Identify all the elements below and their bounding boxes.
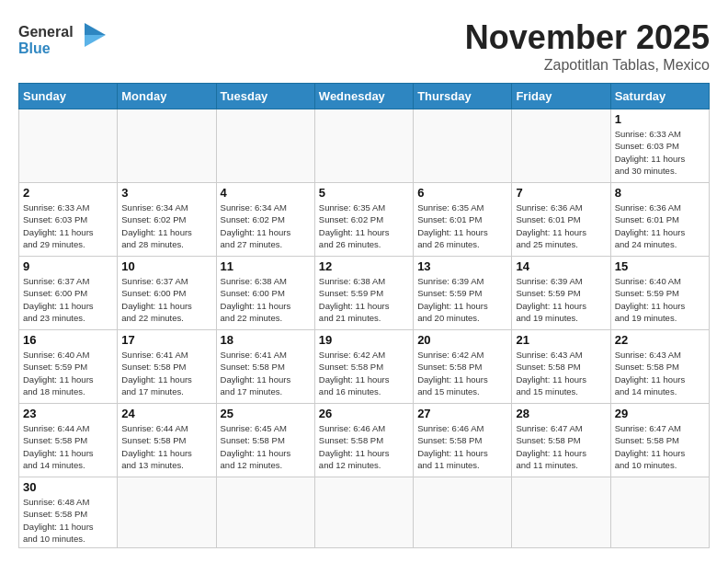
calendar-cell [610, 477, 709, 548]
day-number: 30 [23, 480, 113, 494]
day-number: 1 [615, 112, 705, 126]
day-number: 4 [221, 186, 311, 200]
day-info: Sunrise: 6:39 AM Sunset: 5:59 PM Dayligh… [417, 275, 507, 324]
calendar-cell: 10Sunrise: 6:37 AM Sunset: 6:00 PM Dayli… [118, 257, 216, 330]
col-monday: Monday [118, 84, 216, 109]
calendar-cell [216, 477, 314, 548]
calendar-cell: 23Sunrise: 6:44 AM Sunset: 5:58 PM Dayli… [19, 404, 118, 477]
calendar-cell: 20Sunrise: 6:42 AM Sunset: 5:58 PM Dayli… [414, 330, 512, 404]
calendar-header-row: Sunday Monday Tuesday Wednesday Thursday… [19, 84, 710, 109]
calendar-cell: 21Sunrise: 6:43 AM Sunset: 5:58 PM Dayli… [512, 330, 610, 404]
calendar-cell: 2Sunrise: 6:33 AM Sunset: 6:03 PM Daylig… [19, 183, 118, 257]
day-number: 13 [417, 259, 507, 273]
day-number: 10 [121, 259, 211, 273]
day-info: Sunrise: 6:47 AM Sunset: 5:58 PM Dayligh… [516, 422, 606, 471]
day-number: 25 [221, 407, 311, 420]
day-info: Sunrise: 6:37 AM Sunset: 6:00 PM Dayligh… [121, 275, 211, 324]
day-number: 21 [516, 333, 606, 347]
day-number: 6 [417, 186, 507, 200]
calendar-cell [512, 109, 610, 183]
calendar-cell [19, 109, 118, 183]
calendar-cell [118, 477, 216, 548]
logo: General Blue [18, 18, 110, 60]
day-number: 17 [121, 333, 211, 347]
svg-marker-3 [85, 35, 106, 47]
calendar-cell [314, 109, 413, 183]
calendar-cell [414, 109, 512, 183]
day-number: 9 [23, 259, 113, 273]
col-wednesday: Wednesday [314, 84, 413, 109]
svg-marker-2 [85, 23, 106, 35]
day-info: Sunrise: 6:35 AM Sunset: 6:01 PM Dayligh… [417, 201, 507, 250]
day-info: Sunrise: 6:34 AM Sunset: 6:02 PM Dayligh… [121, 201, 211, 250]
day-info: Sunrise: 6:45 AM Sunset: 5:58 PM Dayligh… [221, 422, 311, 471]
day-info: Sunrise: 6:33 AM Sunset: 6:03 PM Dayligh… [23, 201, 113, 250]
calendar-cell: 18Sunrise: 6:41 AM Sunset: 5:58 PM Dayli… [216, 330, 314, 404]
day-info: Sunrise: 6:36 AM Sunset: 6:01 PM Dayligh… [516, 201, 606, 250]
col-tuesday: Tuesday [216, 84, 314, 109]
day-number: 5 [319, 186, 409, 200]
day-info: Sunrise: 6:41 AM Sunset: 5:58 PM Dayligh… [121, 349, 211, 397]
day-info: Sunrise: 6:34 AM Sunset: 6:02 PM Dayligh… [221, 201, 311, 250]
day-info: Sunrise: 6:38 AM Sunset: 6:00 PM Dayligh… [221, 275, 311, 324]
calendar-cell: 9Sunrise: 6:37 AM Sunset: 6:00 PM Daylig… [19, 257, 118, 330]
day-number: 27 [417, 407, 507, 420]
day-number: 29 [615, 407, 705, 420]
month-title: November 2025 [465, 18, 710, 57]
calendar-cell: 27Sunrise: 6:46 AM Sunset: 5:58 PM Dayli… [414, 404, 512, 477]
day-number: 18 [221, 333, 311, 347]
day-number: 23 [23, 407, 113, 420]
svg-text:Blue: Blue [18, 40, 51, 56]
calendar-cell: 8Sunrise: 6:36 AM Sunset: 6:01 PM Daylig… [610, 183, 709, 257]
calendar-cell: 1Sunrise: 6:33 AM Sunset: 6:03 PM Daylig… [610, 109, 709, 183]
page-header: General Blue November 2025 Zapotitlan Ta… [18, 18, 710, 74]
calendar-cell: 6Sunrise: 6:35 AM Sunset: 6:01 PM Daylig… [414, 183, 512, 257]
calendar-cell: 7Sunrise: 6:36 AM Sunset: 6:01 PM Daylig… [512, 183, 610, 257]
day-info: Sunrise: 6:43 AM Sunset: 5:58 PM Dayligh… [615, 349, 705, 397]
calendar-cell: 19Sunrise: 6:42 AM Sunset: 5:58 PM Dayli… [314, 330, 413, 404]
col-saturday: Saturday [610, 84, 709, 109]
calendar-cell: 13Sunrise: 6:39 AM Sunset: 5:59 PM Dayli… [414, 257, 512, 330]
logo-svg: General Blue [18, 18, 110, 60]
day-number: 15 [615, 259, 705, 273]
calendar-cell [414, 477, 512, 548]
day-info: Sunrise: 6:41 AM Sunset: 5:58 PM Dayligh… [221, 349, 311, 397]
calendar-cell: 30Sunrise: 6:48 AM Sunset: 5:58 PM Dayli… [19, 477, 118, 548]
day-info: Sunrise: 6:35 AM Sunset: 6:02 PM Dayligh… [319, 201, 409, 250]
calendar-cell: 3Sunrise: 6:34 AM Sunset: 6:02 PM Daylig… [118, 183, 216, 257]
day-info: Sunrise: 6:36 AM Sunset: 6:01 PM Dayligh… [615, 201, 705, 250]
day-number: 24 [121, 407, 211, 420]
calendar-table: Sunday Monday Tuesday Wednesday Thursday… [18, 83, 710, 548]
col-friday: Friday [512, 84, 610, 109]
day-info: Sunrise: 6:40 AM Sunset: 5:59 PM Dayligh… [615, 275, 705, 324]
day-info: Sunrise: 6:48 AM Sunset: 5:58 PM Dayligh… [23, 496, 113, 545]
calendar-cell: 28Sunrise: 6:47 AM Sunset: 5:58 PM Dayli… [512, 404, 610, 477]
svg-text:General: General [18, 24, 74, 40]
day-info: Sunrise: 6:39 AM Sunset: 5:59 PM Dayligh… [516, 275, 606, 324]
day-info: Sunrise: 6:44 AM Sunset: 5:58 PM Dayligh… [121, 422, 211, 471]
day-number: 22 [615, 333, 705, 347]
day-number: 28 [516, 407, 606, 420]
calendar-cell: 16Sunrise: 6:40 AM Sunset: 5:59 PM Dayli… [19, 330, 118, 404]
day-info: Sunrise: 6:47 AM Sunset: 5:58 PM Dayligh… [615, 422, 705, 471]
day-info: Sunrise: 6:37 AM Sunset: 6:00 PM Dayligh… [23, 275, 113, 324]
calendar-cell: 24Sunrise: 6:44 AM Sunset: 5:58 PM Dayli… [118, 404, 216, 477]
day-number: 16 [23, 333, 113, 347]
title-block: November 2025 Zapotitlan Tablas, Mexico [465, 18, 710, 74]
day-info: Sunrise: 6:42 AM Sunset: 5:58 PM Dayligh… [319, 349, 409, 397]
location-subtitle: Zapotitlan Tablas, Mexico [465, 57, 710, 74]
calendar-cell: 5Sunrise: 6:35 AM Sunset: 6:02 PM Daylig… [314, 183, 413, 257]
day-number: 12 [319, 259, 409, 273]
calendar-cell [216, 109, 314, 183]
calendar-cell: 17Sunrise: 6:41 AM Sunset: 5:58 PM Dayli… [118, 330, 216, 404]
day-number: 7 [516, 186, 606, 200]
day-info: Sunrise: 6:33 AM Sunset: 6:03 PM Dayligh… [615, 128, 705, 177]
calendar-body: 1Sunrise: 6:33 AM Sunset: 6:03 PM Daylig… [19, 109, 710, 548]
day-info: Sunrise: 6:40 AM Sunset: 5:59 PM Dayligh… [23, 349, 113, 397]
day-number: 14 [516, 259, 606, 273]
day-info: Sunrise: 6:46 AM Sunset: 5:58 PM Dayligh… [319, 422, 409, 471]
day-info: Sunrise: 6:44 AM Sunset: 5:58 PM Dayligh… [23, 422, 113, 471]
col-sunday: Sunday [19, 84, 118, 109]
day-number: 20 [417, 333, 507, 347]
col-thursday: Thursday [414, 84, 512, 109]
